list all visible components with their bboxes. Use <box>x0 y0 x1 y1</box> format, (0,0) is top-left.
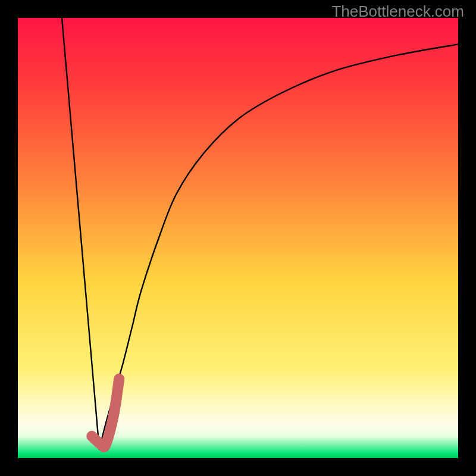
right-curve <box>99 44 458 449</box>
watermark-text: TheBottleneck.com <box>331 2 464 21</box>
curve-layer <box>18 18 458 458</box>
left-line <box>62 18 99 449</box>
plot-area <box>18 18 458 458</box>
chart-frame: TheBottleneck.com <box>0 0 476 476</box>
